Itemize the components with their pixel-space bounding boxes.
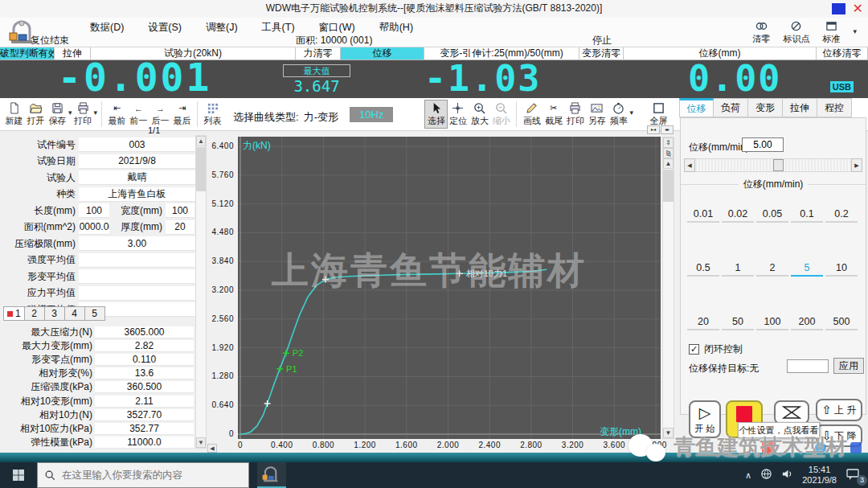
open-folder-button[interactable]: 打开 [25,100,47,128]
speed-preset-button[interactable]: 200 [791,316,823,330]
slider-track[interactable] [695,158,851,172]
scroll-compress-icon[interactable]: ⧎ [663,148,674,158]
speed-input[interactable] [742,137,784,152]
speed-preset-button[interactable]: 2 [756,262,788,277]
scroll-left-icon[interactable]: ◀ [207,444,217,453]
field-input[interactable]: 3.00 [79,236,195,251]
hold-target-input[interactable] [787,359,829,373]
taskbar-clock[interactable]: 15:41 2021/9/8 [802,465,837,486]
start-button[interactable]: ▷ 开 始 [689,400,721,438]
windows-start-button[interactable] [0,462,37,488]
pencil-button[interactable]: 画线 [521,100,542,128]
speed-preset-button[interactable]: 100 [756,316,788,330]
pane-expand-icon[interactable]: ◂▸ [661,125,674,134]
field-input[interactable]: 003 [79,137,195,152]
image-button[interactable]: 另存 [586,100,608,128]
crosshair-button[interactable]: 定位 [447,100,469,128]
pane-collapse-icon[interactable]: ▸◂ [647,125,660,134]
dropdown-caret-icon[interactable]: ▾ [94,109,98,117]
dropdown-caret-icon[interactable]: ▾ [629,109,633,117]
control-tab-5[interactable]: 程控 [817,98,852,117]
field-input[interactable]: 20 [166,220,194,235]
cursor-button[interactable]: 选择 [425,100,447,128]
speed-preset-button[interactable]: 0.2 [825,208,858,223]
down-button[interactable]: ⇩ 下 降 [816,424,862,447]
first-button[interactable]: ⇤最前 [106,100,128,128]
menu-item[interactable]: 工具(T) [262,21,295,35]
control-tab-4[interactable]: 拉伸 [783,98,817,117]
field-input[interactable]: 2021/9/8 [79,154,195,169]
scrollbar-thumb[interactable] [663,170,674,202]
menu-item[interactable]: 调整(J) [206,21,238,35]
scroll-up-icon[interactable]: ▲ [663,158,674,169]
speed-slider[interactable]: ◀ ▶ [684,158,862,172]
field-input[interactable] [79,286,195,301]
printer-button[interactable]: 打印 [564,100,586,128]
slider-left-icon[interactable]: ◀ [684,158,695,172]
menu-item[interactable]: 设置(S) [148,21,182,35]
specimen-tab-2[interactable]: 2 [25,306,45,321]
fullscreen-button[interactable]: 全屏 [648,100,669,128]
field-input[interactable] [79,253,195,268]
slider-right-icon[interactable]: ▶ [851,158,862,172]
specimen-tab-5[interactable]: 5 [85,306,105,321]
control-tab-2[interactable]: 负荷 [714,98,748,117]
specimen-tab-3[interactable]: 3 [45,306,65,321]
speed-preset-button[interactable]: 0.1 [791,208,823,223]
menu-item[interactable]: 帮助(H) [379,21,413,35]
chart-scrollbar[interactable]: ⇕ ⧎ ▲ ▼ [662,137,674,439]
compress-button[interactable] [774,400,809,424]
network-globe-icon[interactable] [760,468,772,482]
zoom-in-button[interactable]: 放大 [469,100,490,128]
speed-preset-button[interactable]: 0.01 [687,208,719,223]
minimize-button[interactable] [832,3,845,14]
prev-button[interactable]: ←前一 [128,100,149,128]
clear-zero-button[interactable]: 清零 [752,19,770,45]
speed-preset-button[interactable]: 0.5 [687,262,719,277]
close-button[interactable]: ✕ [853,1,863,17]
field-input[interactable]: 戴晴 [79,170,195,185]
speed-preset-button[interactable]: 0.05 [756,208,788,223]
search-input[interactable] [62,470,231,481]
speed-preset-button[interactable]: 50 [722,316,754,330]
standard-button[interactable]: 标准 [822,19,840,45]
speed-preset-button[interactable]: 0.02 [722,208,754,223]
speed-preset-button[interactable]: 20 [687,316,719,330]
field-input[interactable]: 10000.00 [79,220,109,235]
scissors-button[interactable]: ✂截尾 [542,100,564,128]
speed-preset-button[interactable]: 10 [825,262,858,277]
zoom-out-button[interactable]: 缩小 [490,100,512,128]
field-input[interactable]: 100 [79,203,109,218]
menu-item[interactable]: 窗口(W) [319,21,355,35]
taskbar-app-icon[interactable] [257,462,286,488]
menu-item[interactable]: 数据(D) [90,21,124,35]
scroll-stretch-icon[interactable]: ⇕ [663,137,674,148]
up-button[interactable]: ⇧ 上 升 [816,399,862,421]
print-button[interactable]: 打印 [72,100,94,128]
speed-preset-button[interactable]: 5 [791,262,823,277]
save-button[interactable]: 保存 [47,100,68,128]
field-input[interactable]: 100 [166,203,194,218]
dropdown-caret-icon[interactable]: ▾ [853,27,857,35]
control-tab-1[interactable]: 位移 [679,98,714,117]
list-button[interactable]: 列表 [202,100,223,128]
slider-thumb[interactable] [773,159,784,171]
last-button[interactable]: ⇥最后 [171,100,193,128]
closed-loop-checkbox[interactable]: ✓ [689,344,699,355]
reset-end-button[interactable]: 复位结束 [31,34,69,47]
field-input[interactable]: 上海青鱼白板 [79,187,195,202]
control-tab-3[interactable]: 变形 [748,98,783,117]
speed-preset-button[interactable]: 1 [722,262,754,277]
specimen-tab-1[interactable]: 1 [3,306,25,321]
tray-chevron-icon[interactable]: ∧ [745,470,751,481]
stopwatch-button[interactable]: 频率 [608,100,629,128]
speed-preset-button[interactable]: 500 [825,316,858,330]
specimen-tab-4[interactable]: 4 [65,306,85,321]
taskbar-search[interactable] [37,462,249,488]
notification-icon[interactable]: 3 [845,468,862,482]
next-button[interactable]: →后一 [149,100,171,128]
chart-plot-area[interactable]: 力(kN) 变形(mm) P1P2相对10力1 [238,137,661,439]
speaker-icon[interactable] [781,468,793,482]
mark-point-button[interactable]: 标识点 [783,19,809,45]
new-file-button[interactable]: 新建 [3,100,25,128]
